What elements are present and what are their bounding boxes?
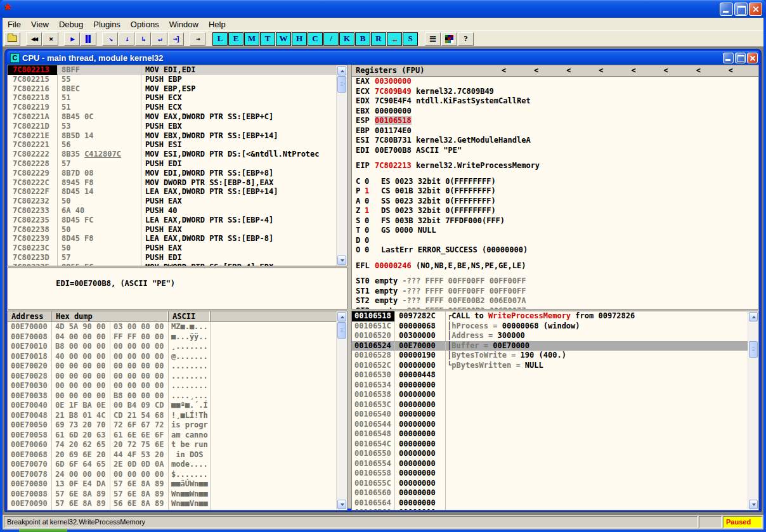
stack-row[interactable]: 001065180097282C┌CALL to WriteProcessMem…: [352, 311, 758, 321]
hexdump-row[interactable]: 00E7005861 6D 20 6361 6E 6E 6Fam canno: [8, 431, 347, 441]
disasm-row[interactable]: 7C80221555PUSH EBP: [8, 75, 347, 84]
fpu-register-row[interactable]: ST3empty -??? FFFF 00FE00B2 006B0077: [352, 306, 758, 310]
disasm-row[interactable]: 7C8022358D45 FCLEA EAX,DWORD PTR SS:[EBP…: [8, 216, 347, 225]
eflags-row[interactable]: EFL00000246 (NO,NB,E,BE,NS,PE,GE,LE): [352, 261, 758, 271]
menu-options[interactable]: Options: [126, 18, 164, 30]
disasm-row[interactable]: 7C80222F8D45 14LEA EAX,DWORD PTR SS:[EBP…: [8, 187, 347, 197]
stack-row[interactable]: 0010653000000448: [352, 370, 758, 380]
hexdump-scrollbar[interactable]: [336, 311, 347, 510]
scroll-down-icon[interactable]: [337, 500, 346, 509]
close-program-button[interactable]: ×: [42, 32, 58, 46]
scroll-down-icon[interactable]: [749, 500, 758, 509]
scroll-thumb[interactable]: [337, 322, 346, 339]
menu-file[interactable]: File: [3, 18, 26, 30]
collapse-arrow-icon[interactable]: <: [502, 65, 506, 76]
collapse-arrow-icon[interactable]: <: [631, 65, 635, 76]
disasm-row[interactable]: 7C80222857PUSH EDI: [8, 159, 347, 169]
disasm-row[interactable]: 7C80221851PUSH ECX: [8, 93, 347, 103]
hexdump-row[interactable]: 00E7000804 00 00 00FF FF 00 00■...ÿÿ..: [8, 332, 347, 342]
panel-button-w[interactable]: W: [276, 32, 291, 46]
collapse-arrow-icon[interactable]: <: [566, 65, 571, 76]
disassembly-scrollbar[interactable]: [336, 65, 347, 266]
hexdump-row[interactable]: 00E7009840 E0 13 0056 6E 00 00@à..Vn..: [8, 509, 347, 511]
stack-row[interactable]: 0010656800000000: [352, 508, 758, 510]
stack-row[interactable]: 0010652C00000000└pBytesWritten = NULL: [352, 361, 758, 371]
stack-row[interactable]: 0010654000000000: [352, 410, 758, 420]
disasm-row[interactable]: 7C8022228B35 C412807CMOV ESI,DWORD PTR D…: [8, 150, 347, 159]
flag-row[interactable]: Z1DS 0023 32bit 0(FFFFFFFF): [352, 206, 758, 216]
register-row[interactable]: ECX7C809B49 kernel32.7C809B49: [352, 87, 758, 97]
stack-scrollbar[interactable]: [748, 311, 758, 510]
flag-row[interactable]: T0GS 0000 NULL: [352, 226, 758, 236]
disasm-row[interactable]: 7C80221A8B45 0CMOV EAX,DWORD PTR SS:[EBP…: [8, 112, 347, 122]
stack-row[interactable]: 0010652800000190│BytesToWrite = 190 (400…: [352, 351, 758, 361]
flag-row[interactable]: C0ES 0023 32bit 0(FFFFFFFF): [352, 177, 758, 187]
flag-row[interactable]: A0SS 0023 32bit 0(FFFFFFFF): [352, 197, 758, 207]
fpu-register-row[interactable]: ST0empty -??? FFFF 00FF00FF 00FF00FF: [352, 276, 758, 287]
help-button[interactable]: ?: [458, 32, 474, 46]
disasm-row[interactable]: 7C80223D57PUSH EDI: [8, 253, 347, 263]
collapse-arrow-icon[interactable]: <: [696, 65, 701, 76]
panel-button-k[interactable]: K: [339, 32, 354, 46]
menu-window[interactable]: Window: [164, 18, 204, 30]
step-over-button[interactable]: ↓: [119, 32, 134, 46]
scroll-thumb[interactable]: [749, 341, 758, 358]
panel-button-m[interactable]: M: [244, 32, 259, 46]
register-row[interactable]: EDI00E700B8 ASCII "PE": [352, 146, 758, 156]
panel-button-s[interactable]: S: [403, 32, 418, 46]
scroll-thumb[interactable]: [337, 76, 346, 93]
panel-button-t[interactable]: T: [260, 32, 275, 46]
disasm-row[interactable]: 7C8022168BECMOV EBP,ESP: [8, 84, 347, 94]
hexdump-row[interactable]: 00E700400E 1F BA 0E00 B4 09 CD■■º■.´.Í: [8, 401, 347, 411]
cpu-close-button[interactable]: [747, 53, 758, 63]
flag-row[interactable]: S0FS 003B 32bit 7FFDF000(FFF): [352, 216, 758, 226]
panel-button-l[interactable]: L: [212, 32, 228, 46]
stack-row[interactable]: 0010652400E70000│Buffer = 00E70000: [352, 341, 758, 351]
hexdump-row[interactable]: 00E7006074 20 62 6520 72 75 6Et be run: [8, 440, 347, 450]
hexdump-row[interactable]: 00E700004D 5A 90 0003 00 00 00MZ■.■...: [8, 322, 347, 332]
hexdump-row[interactable]: 00E7006820 69 6E 2044 4F 53 20 in DOS: [8, 450, 347, 460]
hexdump-row[interactable]: 00E7003000 00 00 0000 00 00 00........: [8, 381, 347, 391]
flag-row[interactable]: D0: [352, 236, 758, 246]
stack-row[interactable]: 0010653C00000000: [352, 400, 758, 410]
menu-view[interactable]: View: [26, 18, 54, 30]
hexdump-row[interactable]: 00E700706D 6F 64 652E 0D 0D 0Amode....: [8, 460, 347, 470]
pause-button[interactable]: ▌▌: [81, 32, 96, 46]
hexdump-row[interactable]: 00E7003800 00 00 00B8 00 00 00....¸...: [8, 391, 347, 401]
scroll-up-icon[interactable]: [337, 312, 346, 321]
disasm-row[interactable]: 7C80223850PUSH EAX: [8, 225, 347, 235]
close-button[interactable]: [749, 3, 762, 16]
stack-row[interactable]: 0010656400000000: [352, 498, 758, 509]
disasm-row[interactable]: 7C8022138BFFMOV EDI,EDI: [8, 65, 347, 75]
hexdump-row[interactable]: 00E7004821 B8 01 4CCD 21 54 68!¸■LÍ!Th: [8, 411, 347, 421]
flag-row[interactable]: O0LastErr ERROR_SUCCESS (00000000): [352, 245, 758, 256]
run-button[interactable]: ▶: [64, 32, 80, 46]
hexdump-row[interactable]: 00E7005069 73 20 7072 6F 67 72is progr: [8, 420, 347, 431]
panel-button-b[interactable]: B: [355, 32, 370, 46]
scroll-up-icon[interactable]: [337, 66, 346, 75]
fpu-register-row[interactable]: ST2empty -??? FFFF 00FE00B2 006E007A: [352, 296, 758, 306]
column-header-ascii[interactable]: ASCII: [169, 311, 211, 321]
panel-button-c[interactable]: C: [308, 32, 323, 46]
register-row[interactable]: EBX00000000: [352, 107, 758, 117]
panel-button-h[interactable]: H: [292, 32, 307, 46]
panel-button-e[interactable]: E: [228, 32, 243, 46]
cpu-maximize-button[interactable]: [735, 53, 746, 63]
register-row[interactable]: EIP7C802213 kernel32.WriteProcessMemory: [352, 161, 758, 171]
stack-row[interactable]: 0010655400000000: [352, 459, 758, 469]
hexdump-row[interactable]: 00E7002000 00 00 0000 00 00 00........: [8, 361, 347, 372]
disasm-row[interactable]: 7C80222C8945 F8MOV DWORD PTR SS:[EBP-8],…: [8, 178, 347, 188]
stack-row[interactable]: 0010656000000000: [352, 488, 758, 498]
hexdump-row[interactable]: 00E7008857 6E 8A 8957 6E 8A 89Wn■■Wn■■: [8, 490, 347, 500]
step-into-button[interactable]: ↘: [102, 32, 118, 46]
restart-button[interactable]: ◀◀: [26, 32, 42, 46]
hexdump-row[interactable]: 00E7009057 6E 8A 8956 6E 8A 89Wn■■Vn■■: [8, 499, 347, 509]
stack-row[interactable]: 0010652000300000│Address = 300000: [352, 331, 758, 341]
panel-button-r[interactable]: R: [371, 32, 386, 46]
disasm-row[interactable]: 7C8022336A 40PUSH 40: [8, 206, 347, 216]
collapse-arrow-icon[interactable]: <: [599, 65, 603, 76]
minimize-button[interactable]: [720, 3, 733, 16]
stack-row[interactable]: 0010651C00000068│hProcess = 00000068 (wi…: [352, 321, 758, 332]
windows-button[interactable]: ≡: [425, 32, 441, 46]
animate-over-button[interactable]: ↵: [152, 32, 167, 46]
